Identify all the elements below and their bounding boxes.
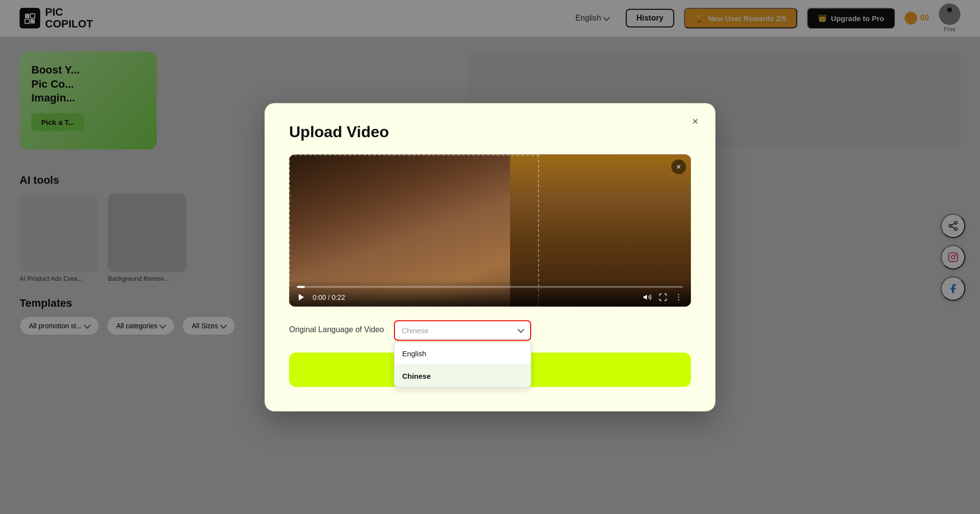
lang-option-chinese[interactable]: Chinese bbox=[394, 365, 531, 387]
modal-title: Upload Video bbox=[289, 122, 691, 141]
video-controls: 0:00 / 0:22 bbox=[289, 280, 691, 306]
language-field-label: Original Language of Video bbox=[289, 320, 384, 334]
modal-close-button[interactable]: × bbox=[687, 113, 704, 129]
language-select-box[interactable]: Chinese bbox=[394, 320, 531, 341]
lang-option-english[interactable]: English bbox=[394, 342, 531, 365]
language-row: Original Language of Video Chinese Engli… bbox=[289, 320, 691, 341]
volume-button[interactable] bbox=[643, 293, 652, 301]
language-dropdown: English Chinese bbox=[394, 342, 531, 387]
fullscreen-button[interactable] bbox=[659, 293, 667, 301]
video-corner-close[interactable]: × bbox=[671, 159, 686, 174]
video-time: 0:00 / 0:22 bbox=[313, 293, 345, 301]
svg-point-15 bbox=[678, 299, 679, 300]
select-chevron-icon bbox=[517, 326, 524, 333]
progress-bar[interactable] bbox=[297, 286, 683, 288]
play-button[interactable] bbox=[297, 293, 306, 301]
svg-point-14 bbox=[678, 296, 679, 297]
language-select-value: Chinese bbox=[402, 326, 429, 335]
svg-point-13 bbox=[678, 294, 679, 295]
language-select-wrapper: Chinese English Chinese bbox=[394, 320, 531, 341]
video-player: × 0:00 / 0:22 bbox=[289, 154, 691, 306]
controls-row: 0:00 / 0:22 bbox=[297, 293, 683, 301]
progress-fill bbox=[297, 286, 305, 288]
svg-marker-12 bbox=[299, 294, 304, 300]
upload-video-modal: × Upload Video × 0:00 / 0:22 bbox=[265, 103, 715, 411]
more-options-button[interactable] bbox=[674, 293, 683, 301]
